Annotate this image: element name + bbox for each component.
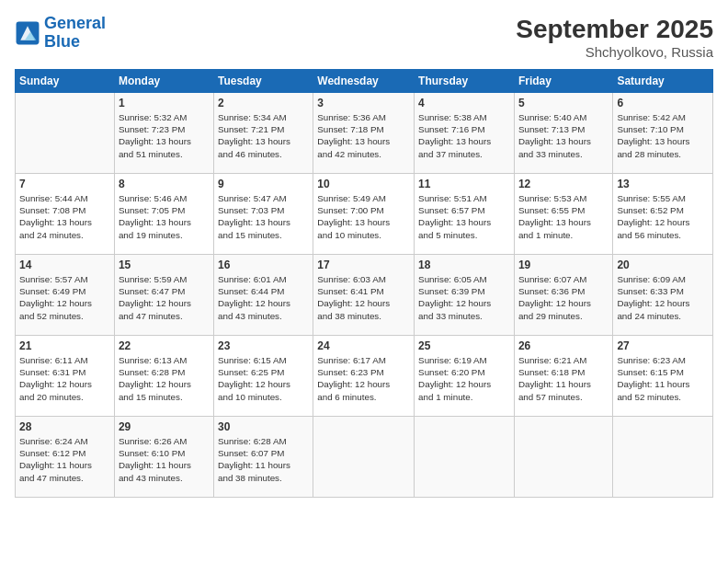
day-number: 28	[19, 420, 110, 433]
day-number: 7	[19, 178, 110, 190]
day-number: 29	[119, 420, 210, 433]
day-info: Sunrise: 6:07 AM Sunset: 6:36 PM Dayligh…	[518, 273, 609, 322]
table-cell: 17Sunrise: 6:03 AM Sunset: 6:41 PM Dayli…	[313, 255, 415, 336]
day-info: Sunrise: 5:44 AM Sunset: 7:08 PM Dayligh…	[19, 192, 110, 241]
week-row-5: 28Sunrise: 6:24 AM Sunset: 6:12 PM Dayli…	[16, 417, 713, 498]
table-cell: 13Sunrise: 5:55 AM Sunset: 6:52 PM Dayli…	[613, 174, 713, 255]
week-row-4: 21Sunrise: 6:11 AM Sunset: 6:31 PM Dayli…	[16, 336, 713, 417]
day-info: Sunrise: 5:40 AM Sunset: 7:13 PM Dayligh…	[518, 111, 609, 160]
logo-icon	[15, 20, 40, 46]
day-info: Sunrise: 6:05 AM Sunset: 6:39 PM Dayligh…	[418, 273, 510, 322]
day-number: 4	[418, 97, 510, 109]
day-number: 26	[518, 339, 609, 352]
table-cell: 24Sunrise: 6:17 AM Sunset: 6:23 PM Dayli…	[313, 336, 415, 417]
day-number: 30	[218, 420, 309, 433]
day-number: 9	[218, 178, 309, 190]
day-info: Sunrise: 6:26 AM Sunset: 6:10 PM Dayligh…	[119, 435, 210, 484]
table-cell: 9Sunrise: 5:47 AM Sunset: 7:03 PM Daylig…	[213, 174, 313, 255]
table-cell: 26Sunrise: 6:21 AM Sunset: 6:18 PM Dayli…	[514, 336, 612, 417]
day-info: Sunrise: 6:11 AM Sunset: 6:31 PM Dayligh…	[19, 354, 110, 403]
table-cell: 5Sunrise: 5:40 AM Sunset: 7:13 PM Daylig…	[514, 93, 612, 174]
day-info: Sunrise: 5:51 AM Sunset: 6:57 PM Dayligh…	[418, 192, 510, 241]
table-cell: 23Sunrise: 6:15 AM Sunset: 6:25 PM Dayli…	[213, 336, 313, 417]
col-wednesday: Wednesday	[313, 70, 415, 93]
table-cell: 21Sunrise: 6:11 AM Sunset: 6:31 PM Dayli…	[16, 336, 115, 417]
col-tuesday: Tuesday	[213, 70, 313, 93]
table-cell: 2Sunrise: 5:34 AM Sunset: 7:21 PM Daylig…	[213, 93, 313, 174]
day-number: 6	[617, 97, 709, 109]
table-cell: 11Sunrise: 5:51 AM Sunset: 6:57 PM Dayli…	[415, 174, 515, 255]
table-cell: 19Sunrise: 6:07 AM Sunset: 6:36 PM Dayli…	[514, 255, 612, 336]
table-cell: 7Sunrise: 5:44 AM Sunset: 7:08 PM Daylig…	[16, 174, 115, 255]
calendar-header-row: Sunday Monday Tuesday Wednesday Thursday…	[16, 70, 713, 93]
day-number: 24	[317, 339, 410, 352]
week-row-1: 1Sunrise: 5:32 AM Sunset: 7:23 PM Daylig…	[16, 93, 713, 174]
day-info: Sunrise: 6:01 AM Sunset: 6:44 PM Dayligh…	[218, 273, 309, 322]
week-row-3: 14Sunrise: 5:57 AM Sunset: 6:49 PM Dayli…	[16, 255, 713, 336]
table-cell: 1Sunrise: 5:32 AM Sunset: 7:23 PM Daylig…	[114, 93, 213, 174]
logo-line1: General	[44, 14, 106, 32]
table-cell: 15Sunrise: 5:59 AM Sunset: 6:47 PM Dayli…	[114, 255, 213, 336]
logo-line2: Blue	[44, 32, 80, 51]
day-info: Sunrise: 5:46 AM Sunset: 7:05 PM Dayligh…	[119, 192, 210, 241]
table-cell	[415, 417, 515, 498]
day-number: 22	[119, 339, 210, 352]
day-info: Sunrise: 6:28 AM Sunset: 6:07 PM Dayligh…	[218, 435, 309, 484]
day-info: Sunrise: 6:24 AM Sunset: 6:12 PM Dayligh…	[19, 435, 110, 484]
table-cell: 25Sunrise: 6:19 AM Sunset: 6:20 PM Dayli…	[415, 336, 515, 417]
day-number: 18	[418, 259, 510, 271]
table-cell	[514, 417, 612, 498]
day-number: 23	[218, 339, 309, 352]
day-number: 20	[617, 259, 709, 271]
week-row-2: 7Sunrise: 5:44 AM Sunset: 7:08 PM Daylig…	[16, 174, 713, 255]
month-title: September 2025	[516, 15, 713, 44]
table-cell: 8Sunrise: 5:46 AM Sunset: 7:05 PM Daylig…	[114, 174, 213, 255]
table-cell	[16, 93, 115, 174]
col-friday: Friday	[514, 70, 612, 93]
day-info: Sunrise: 5:47 AM Sunset: 7:03 PM Dayligh…	[218, 192, 309, 241]
table-cell: 28Sunrise: 6:24 AM Sunset: 6:12 PM Dayli…	[16, 417, 115, 498]
table-cell: 12Sunrise: 5:53 AM Sunset: 6:55 PM Dayli…	[514, 174, 612, 255]
day-number: 21	[19, 339, 110, 352]
day-number: 2	[218, 97, 309, 109]
table-cell	[313, 417, 415, 498]
col-sunday: Sunday	[16, 70, 115, 93]
table-cell: 10Sunrise: 5:49 AM Sunset: 7:00 PM Dayli…	[313, 174, 415, 255]
table-cell	[613, 417, 713, 498]
table-cell: 14Sunrise: 5:57 AM Sunset: 6:49 PM Dayli…	[16, 255, 115, 336]
day-info: Sunrise: 5:34 AM Sunset: 7:21 PM Dayligh…	[218, 111, 309, 160]
day-info: Sunrise: 6:17 AM Sunset: 6:23 PM Dayligh…	[317, 354, 410, 403]
day-info: Sunrise: 6:03 AM Sunset: 6:41 PM Dayligh…	[317, 273, 410, 322]
day-number: 12	[518, 178, 609, 190]
logo: General Blue	[15, 15, 106, 52]
day-info: Sunrise: 5:42 AM Sunset: 7:10 PM Dayligh…	[617, 111, 709, 160]
day-info: Sunrise: 5:57 AM Sunset: 6:49 PM Dayligh…	[19, 273, 110, 322]
table-cell: 22Sunrise: 6:13 AM Sunset: 6:28 PM Dayli…	[114, 336, 213, 417]
day-info: Sunrise: 6:15 AM Sunset: 6:25 PM Dayligh…	[218, 354, 309, 403]
col-saturday: Saturday	[613, 70, 713, 93]
table-cell: 29Sunrise: 6:26 AM Sunset: 6:10 PM Dayli…	[114, 417, 213, 498]
day-number: 10	[317, 178, 410, 190]
day-info: Sunrise: 6:13 AM Sunset: 6:28 PM Dayligh…	[119, 354, 210, 403]
table-cell: 27Sunrise: 6:23 AM Sunset: 6:15 PM Dayli…	[613, 336, 713, 417]
day-number: 27	[617, 339, 709, 352]
day-number: 25	[418, 339, 510, 352]
day-info: Sunrise: 5:59 AM Sunset: 6:47 PM Dayligh…	[119, 273, 210, 322]
day-info: Sunrise: 5:49 AM Sunset: 7:00 PM Dayligh…	[317, 192, 410, 241]
day-info: Sunrise: 6:19 AM Sunset: 6:20 PM Dayligh…	[418, 354, 510, 403]
col-monday: Monday	[114, 70, 213, 93]
day-number: 11	[418, 178, 510, 190]
day-number: 15	[119, 259, 210, 271]
table-cell: 18Sunrise: 6:05 AM Sunset: 6:39 PM Dayli…	[415, 255, 515, 336]
table-cell: 30Sunrise: 6:28 AM Sunset: 6:07 PM Dayli…	[213, 417, 313, 498]
page-header: General Blue September 2025 Shchyolkovo,…	[15, 15, 713, 60]
day-info: Sunrise: 5:38 AM Sunset: 7:16 PM Dayligh…	[418, 111, 510, 160]
day-info: Sunrise: 5:53 AM Sunset: 6:55 PM Dayligh…	[518, 192, 609, 241]
table-cell: 16Sunrise: 6:01 AM Sunset: 6:44 PM Dayli…	[213, 255, 313, 336]
day-number: 13	[617, 178, 709, 190]
table-cell: 20Sunrise: 6:09 AM Sunset: 6:33 PM Dayli…	[613, 255, 713, 336]
location-subtitle: Shchyolkovo, Russia	[516, 44, 713, 60]
day-number: 1	[119, 97, 210, 109]
day-number: 14	[19, 259, 110, 271]
day-info: Sunrise: 5:36 AM Sunset: 7:18 PM Dayligh…	[317, 111, 410, 160]
